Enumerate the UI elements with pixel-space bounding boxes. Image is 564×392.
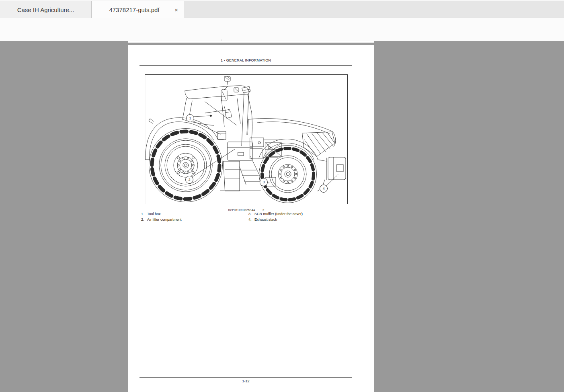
tab-pdf-document[interactable]: 47378217-guts.pdf × [92,1,184,18]
figure-reference-id: RCPH11CCH026GAA [228,209,255,211]
tab-label: 47378217-guts.pdf [109,6,159,13]
browser-tab-bar: Case IH Agriculture... 47378217-guts.pdf… [0,0,564,18]
tab-label: Case IH Agriculture... [17,6,74,13]
figure-caption: RCPH11CCH026GAA 2 [145,205,348,213]
legend-text: Tool box [147,212,161,216]
previous-page-bottom-edge [128,41,374,43]
callout-1: 1 [189,116,191,120]
footer-rule [139,377,352,378]
figure-number: 2 [263,208,264,212]
page-number-footer: 1-12 [139,379,352,383]
legend-item: 3. SCR muffler (under the cover) [248,212,303,216]
section-header: 1 - GENERAL INFORMATION [139,58,352,62]
pdf-toolbar: / 620 54.5% [0,18,564,41]
callout-3: 3 [263,180,265,184]
legend-item: 4. Exhaust stack [248,218,277,222]
legend-text: SCR muffler (under the cover) [254,212,303,216]
tractor-figure: 1 2 3 4 [145,74,348,204]
legend-number: 1. [141,212,147,216]
legend-text: Air filter compartment [147,218,182,222]
legend-text: Exhaust stack [254,218,277,222]
legend-number: 2. [141,218,147,222]
header-rule [139,65,352,66]
legend-number: 4. [248,218,254,222]
tab-close-icon[interactable]: × [174,7,178,13]
callout-4: 4 [323,187,325,191]
legend-item: 1. Tool box [141,212,161,216]
legend-number: 3. [248,212,254,216]
pdf-canvas[interactable]: 1 - GENERAL INFORMATION [0,41,564,392]
pdf-page: 1 - GENERAL INFORMATION [128,45,374,392]
tab-case-ih-agriculture[interactable]: Case IH Agriculture... [0,1,92,18]
legend-item: 2. Air filter compartment [141,218,182,222]
callout-2: 2 [189,178,191,182]
